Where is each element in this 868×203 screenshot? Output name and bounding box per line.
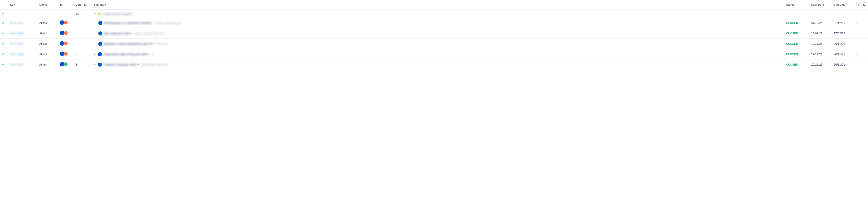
row-status: CLOSED [784,18,809,28]
row-tp [58,49,74,59]
startdate-text: 15/02/22 [811,32,823,35]
row-enddate: 26/11/21 [832,39,855,49]
row-key[interactable]: PLAY-1188 [8,49,37,59]
check-icon: ✓ [2,42,5,46]
summary-sub-text: g [152,53,154,56]
add-column-button[interactable]: + [856,2,860,7]
col-key-header: Key [8,0,37,10]
check-icon: ✓ [2,31,5,35]
row-comp: Atlass [37,18,58,28]
status-badge: CLOSED [786,63,798,66]
row-action-icon[interactable]: – [856,42,858,46]
tp-avatar-group [60,41,68,46]
key-link[interactable]: PLAY-1188 [10,53,23,56]
summary-content: Для нужд для сайта • Здесь должен быть j… [104,32,782,35]
table-row: ✓PLAY-1188Atlass2 ▶ Переписать фронтенд … [0,49,868,59]
summary-main-text[interactable]: Переписать фронтенд для сайта [103,53,149,56]
row-tp [58,39,74,49]
row-key[interactable]: PLAY-1192 [8,39,37,49]
expand-button[interactable]: ▶ [94,53,95,55]
startdate-text: 10/11/21 [811,63,823,66]
col-check [0,0,8,10]
row-enddate: 26/11/21 [832,49,855,59]
issues-table: Key Comp TP Count L Summary Status Start… [0,0,868,70]
summary-row-comp [37,10,58,18]
expand-arrow[interactable]: ▼ [94,12,96,15]
row-startdate: 01/12/21 [809,18,832,28]
tp-avatar-group [60,20,68,25]
row-count [74,39,92,49]
col-comp-header: Comp [37,0,58,10]
comp-label: Atlass [39,53,47,56]
row-key[interactable]: PLAY-1196 [8,28,37,39]
summary-row-enddate [832,10,855,18]
summary-row-tp [58,10,74,18]
summary-row-key [8,10,37,18]
key-link[interactable]: PLAY-1183 [10,63,23,66]
row-action-icon[interactable]: – [856,63,858,66]
table-header-row: Key Comp TP Count L Summary Status Start… [0,0,868,10]
row-action-icon[interactable]: – [856,32,858,35]
enddate-text: 26/11/21 [834,42,845,46]
summary-main-text[interactable]: Добавить новые параметры для ЗА [104,42,153,46]
table-row: ✓PLAY-1192Atlass Добавить новые параметр… [0,39,868,49]
row-summary: ▶ Переписать фронтенд для сайта • g [92,49,784,59]
row-actions: – [855,18,868,28]
summary-main-text[interactable]: Главная страница сайта [103,63,137,66]
comp-label: Atlass [39,42,47,46]
summary-row-actions [855,10,868,18]
tp-avatar [64,52,68,56]
tp-avatar-group [60,62,68,67]
count-badge: 2 [75,53,77,56]
key-link[interactable]: PLAY-1192 [10,42,23,46]
check-icon: ✓ [2,21,5,25]
summary-avatar [98,41,103,46]
summary-content: Переписать фронтенд для сайта • g [103,53,782,56]
summary-row: ✳ 44 ▼ 📁 Родительская задача [0,10,868,18]
key-link[interactable]: PLAY-1196 [10,32,23,35]
row-action-icon[interactable]: – [856,21,858,25]
summary-row-label: Родительская задача [103,12,132,16]
comp-label: Atlass [39,32,47,35]
tp-avatar-group [60,31,68,35]
row-action-icon[interactable]: – [856,53,858,56]
row-comp: Atlass [37,28,58,39]
issues-table-container: Key Comp TP Count L Summary Status Start… [0,0,868,70]
row-count: 3 [74,59,92,70]
row-count: 2 [74,49,92,59]
summary-avatar [98,31,103,36]
key-link[interactable]: PLAY-1111 [10,22,23,25]
summary-row-startdate [809,10,832,18]
table-row: ✓PLAY-1111Atlass Интеграция со сторонней… [0,18,868,28]
row-count [74,18,92,28]
row-summary: Интеграция со сторонней службой • Нужна … [92,18,784,28]
settings-button[interactable]: ⚙ [862,2,866,7]
row-actions: – [855,39,868,49]
summary-main-text[interactable]: Для нужд для сайта [104,32,131,35]
summary-content: Интеграция со сторонней службой • Нужна … [104,21,782,25]
summary-sub-text: Поиск об [156,42,168,46]
row-status: CLOSED [784,28,809,39]
row-startdate: 15/02/22 [809,28,832,39]
row-check: ✓ [0,18,8,28]
tp-avatar [64,21,68,25]
row-check: ✓ [0,39,8,49]
row-startdate: 10/11/21 [809,59,832,70]
row-key[interactable]: PLAY-1111 [8,18,37,28]
row-key[interactable]: PLAY-1183 [8,59,37,70]
tp-avatar [64,62,68,66]
summary-main-text[interactable]: Интеграция со сторонней службой [104,21,151,25]
check-icon: ✓ [2,52,5,56]
row-enddate: 01/12/21 [832,18,855,28]
summary-content: Главная страница сайта • Нужна фронт для… [103,63,782,66]
expand-button[interactable]: ▶ [94,63,95,66]
comp-label: Atlass [39,63,47,66]
row-summary: Добавить новые параметры для ЗА • Поиск … [92,39,784,49]
status-badge: CLOSED [786,32,798,35]
row-actions: – [855,49,868,59]
row-check: ✓ [0,28,8,39]
enddate-text: 01/12/21 [834,21,845,25]
summary-content: Добавить новые параметры для ЗА • Поиск … [104,42,782,46]
col-status-header: Status [784,0,809,10]
enddate-text: 26/11/21 [834,53,845,56]
